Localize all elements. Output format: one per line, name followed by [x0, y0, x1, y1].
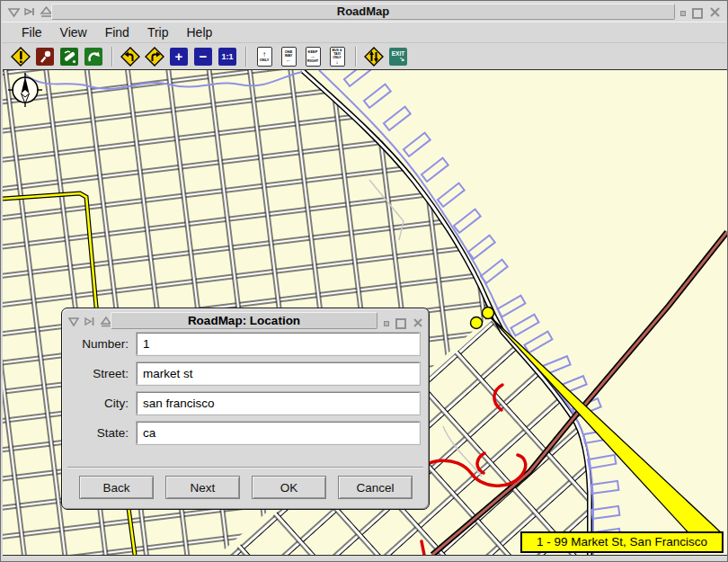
waypoint-diamond-icon [11, 47, 31, 67]
hold-hand-icon [84, 48, 102, 66]
zoom-out-button[interactable]: − [193, 47, 213, 67]
menu-file[interactable]: File [13, 23, 51, 41]
exit-arrow-icon: ↘ [399, 57, 404, 62]
exit-sign-icon: EXIT ↘ [389, 48, 407, 66]
number-label: Number: [69, 337, 129, 351]
street-label: Street: [69, 367, 129, 380]
keep-right-sign-button[interactable]: KEEP → RIGHT [303, 47, 323, 67]
one-way-sign-icon: ONE WAY ← [281, 47, 297, 67]
zoom-in-button[interactable]: + [169, 47, 189, 67]
dialog-separator [67, 467, 423, 468]
ok-button[interactable]: OK [252, 476, 326, 499]
microphone-icon [36, 48, 54, 66]
bus-taxi-sign-button[interactable]: BUS & TAXI ONLY ↓ [327, 47, 347, 67]
maximize-icon[interactable] [692, 8, 703, 19]
dialog-title: RoadMap: Location [111, 312, 377, 329]
turn-left-button[interactable] [120, 47, 140, 67]
toolbar: + − 1:1 ↑ ONLY ONE WAY ← KEEP → [2, 42, 726, 69]
wm-pin-icon[interactable] [84, 315, 97, 327]
turn-right-icon [145, 47, 164, 67]
wm-lower-icon[interactable] [7, 5, 21, 18]
turn-left-icon [120, 47, 140, 67]
menu-bar: File View Find Trip Help [2, 22, 726, 42]
voice-record-button[interactable] [35, 47, 55, 67]
minus-icon: − [194, 48, 212, 66]
location-dialog: RoadMap: Location Number: Street: City: … [61, 308, 430, 510]
menu-find[interactable]: Find [96, 23, 138, 41]
maximize-icon[interactable] [395, 318, 406, 329]
phone-icon [60, 48, 78, 66]
window-titlebar: RoadMap [2, 2, 726, 22]
hold-button[interactable] [84, 47, 103, 67]
waypoint-button[interactable] [11, 47, 31, 67]
bus-taxi-sign-icon: BUS & TAXI ONLY ↓ [330, 47, 345, 67]
minimize-icon[interactable] [680, 11, 686, 16]
city-field[interactable] [137, 392, 420, 415]
dialog-titlebar: RoadMap: Location [66, 311, 425, 331]
gps-call-button[interactable] [59, 47, 79, 67]
address-tooltip: 1 - 99 Market St, San Francisco [520, 531, 724, 553]
toolbar-separator [111, 47, 113, 67]
keep-right-sign-icon: KEEP → RIGHT [306, 47, 321, 67]
street-field[interactable] [137, 362, 420, 385]
window-title: RoadMap [51, 4, 675, 20]
toolbar-separator [355, 47, 357, 67]
next-button[interactable]: Next [165, 476, 240, 499]
state-label: State: [69, 426, 129, 440]
left-arrow-icon: ← [286, 58, 291, 63]
wm-pin-icon[interactable] [23, 5, 37, 18]
roadmap-window: RoadMap File View Find Trip Help [0, 0, 728, 562]
menu-help[interactable]: Help [177, 23, 221, 41]
plus-icon: + [170, 48, 188, 66]
menu-view[interactable]: View [51, 23, 96, 41]
back-button[interactable]: Back [79, 476, 154, 499]
turn-right-button[interactable] [145, 47, 164, 67]
only-sign-button[interactable]: ↑ ONLY [254, 47, 274, 67]
toolbar-separator [245, 47, 247, 67]
close-icon[interactable] [709, 5, 721, 22]
down-arrow-icon: ↓ [336, 59, 339, 65]
close-icon[interactable] [413, 316, 423, 332]
minimize-icon[interactable] [384, 321, 389, 326]
exit-button[interactable]: EXIT ↘ [388, 47, 408, 67]
only-sign-icon: ↑ ONLY [257, 47, 272, 67]
state-field[interactable] [137, 422, 420, 444]
two-way-button[interactable] [364, 47, 384, 67]
city-label: City: [69, 397, 129, 410]
menu-trip[interactable]: Trip [138, 23, 178, 41]
number-field[interactable] [137, 333, 420, 355]
cancel-button[interactable]: Cancel [338, 476, 413, 499]
zoom-reset-button[interactable]: 1:1 [218, 47, 237, 67]
two-way-traffic-icon [364, 47, 384, 67]
one-to-one-icon: 1:1 [218, 48, 236, 66]
one-way-sign-button[interactable]: ONE WAY ← [279, 47, 298, 67]
wm-lower-icon[interactable] [67, 315, 81, 327]
